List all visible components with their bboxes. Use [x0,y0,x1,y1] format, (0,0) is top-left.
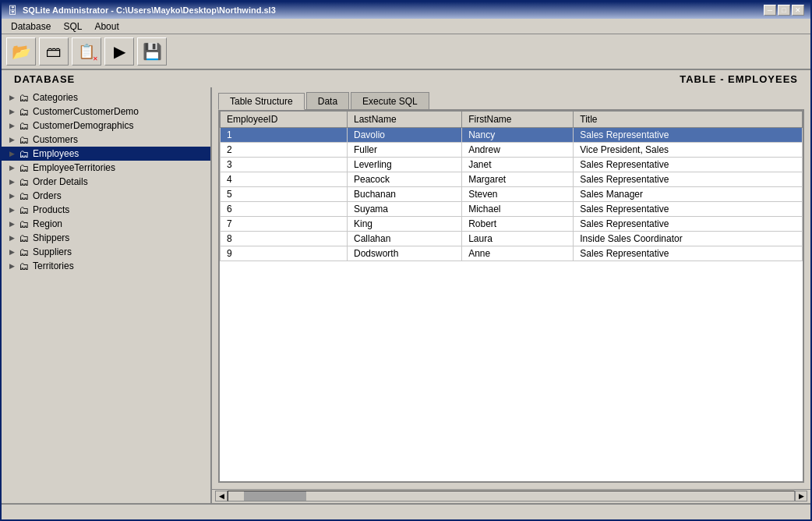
h-scrollbar-thumb [244,491,306,501]
cell-firstname: Laura [462,232,574,246]
col-employee-id: EmployeeID [221,112,348,128]
cell-id: 3 [221,158,348,172]
menu-bar: Database SQL About [2,19,810,34]
table-icon: 🗂 [17,147,30,160]
play-btn[interactable]: ▶ [104,37,134,66]
tree-expand-icon: ▶ [8,164,16,172]
table-row[interactable]: 8 Callahan Laura Inside Sales Coordinato… [221,232,803,246]
table-icon: 🗂 [17,105,30,118]
tree-expand-icon: ▶ [8,248,16,256]
table-row[interactable]: 4 Peacock Margaret Sales Representative [221,172,803,187]
status-bar [2,503,810,519]
table-icon: 🗂 [17,91,30,104]
cell-title: Sales Representative [574,246,803,261]
sidebar-item-label: Shippers [33,232,69,243]
window-controls: ─ □ ✕ [764,5,804,16]
header-table-label: TABLE - EMPLOYEES [680,73,798,85]
tree-expand-icon: ▶ [8,108,16,115]
table-row[interactable]: 3 Leverling Janet Sales Representative [221,158,803,172]
cell-lastname: Fuller [348,143,462,158]
maximize-button[interactable]: □ [778,5,790,16]
sidebar-item-label: Suppliers [33,246,72,257]
tree-expand-icon: ▶ [8,262,16,270]
cell-lastname: Davolio [348,128,462,143]
table-icon: 🗂 [17,218,30,230]
main-window: 🗄 SQLite Administrator - C:\Users\Mayko\… [0,0,812,521]
col-title: Title [574,112,803,128]
cell-id: 9 [221,246,348,261]
table-icon: 🗂 [17,119,30,132]
minimize-button[interactable]: ─ [764,5,776,16]
cell-id: 2 [221,143,348,158]
sidebar-item-customerdemographics[interactable]: ▶ 🗂 CustomerDemographics [2,119,210,133]
sidebar-item-order-details[interactable]: ▶ 🗂 Order Details [2,175,210,189]
sidebar-item-label: Order Details [33,176,88,187]
cell-firstname: Michael [462,202,574,217]
sidebar-item-products[interactable]: ▶ 🗂 Products [2,203,210,217]
sidebar-item-label: Customers [33,134,78,145]
menu-database[interactable]: Database [5,19,57,34]
table-row[interactable]: 5 Buchanan Steven Sales Manager [221,187,803,202]
sidebar-item-employeeterritories[interactable]: ▶ 🗂 EmployeeTerritories [2,161,210,175]
sidebar-item-employees[interactable]: ▶ 🗂 Employees [2,147,210,161]
sidebar-item-categories[interactable]: ▶ 🗂 Categories [2,90,210,105]
main-area: ▶ 🗂 Categories ▶ 🗂 CustomerCustomerDemo … [2,87,810,502]
cell-firstname: Andrew [462,143,574,158]
save-btn[interactable]: 💾 [137,37,167,66]
close-button[interactable]: ✕ [792,5,804,16]
sidebar-item-label: CustomerCustomerDemo [33,106,139,117]
open-folder-btn[interactable]: 📂 [6,37,36,66]
cell-firstname: Anne [462,246,574,261]
menu-about[interactable]: About [88,19,125,34]
table-row[interactable]: 7 King Robert Sales Representative [221,217,803,232]
tree-expand-icon: ▶ [8,206,16,214]
cell-title: Sales Representative [574,202,803,217]
col-firstname: FirstName [462,112,574,128]
cell-title: Sales Representative [574,158,803,172]
cell-title: Inside Sales Coordinator [574,232,803,246]
cell-title: Vice President, Sales [574,143,803,158]
table-row[interactable]: 2 Fuller Andrew Vice President, Sales [221,143,803,158]
h-scrollbar-track[interactable] [228,491,795,502]
tree-expand-icon: ▶ [8,220,16,228]
table-row[interactable]: 9 Dodsworth Anne Sales Representative [221,246,803,261]
tab-execute-sql[interactable]: Execute SQL [351,92,429,109]
table-row[interactable]: 1 Davolio Nancy Sales Representative [221,128,803,143]
sidebar-item-suppliers[interactable]: ▶ 🗂 Suppliers [2,245,210,259]
tab-data[interactable]: Data [306,92,349,109]
sidebar-item-customers[interactable]: ▶ 🗂 Customers [2,133,210,147]
cell-lastname: Leverling [348,158,462,172]
sidebar-item-territories[interactable]: ▶ 🗂 Territories [2,259,210,273]
sidebar-item-orders[interactable]: ▶ 🗂 Orders [2,189,210,203]
scroll-right-btn[interactable]: ▶ [795,491,807,502]
table-icon: 🗂 [17,232,30,244]
cell-title: Sales Representative [574,128,803,143]
right-panel: Table Structure Data Execute SQL Employe… [212,87,810,502]
tabs-container: Table Structure Data Execute SQL [212,87,810,109]
table-row[interactable]: 6 Suyama Michael Sales Representative [221,202,803,217]
sidebar-item-region[interactable]: ▶ 🗂 Region [2,217,210,231]
database-btn[interactable]: 🗃 [39,37,69,66]
data-table-container: EmployeeID LastName FirstName Title 1 Da… [218,109,804,482]
scroll-left-btn[interactable]: ◀ [215,491,228,502]
cell-lastname: Dodsworth [348,246,462,261]
menu-sql[interactable]: SQL [57,19,88,34]
title-bar: 🗄 SQLite Administrator - C:\Users\Mayko\… [2,2,810,19]
sidebar-item-customercustomerdemo[interactable]: ▶ 🗂 CustomerCustomerDemo [2,105,210,119]
table-icon: 🗂 [17,133,30,146]
cell-lastname: Peacock [348,172,462,187]
tab-table-structure[interactable]: Table Structure [218,93,305,110]
sidebar-item-label: CustomerDemographics [33,120,133,131]
sidebar: ▶ 🗂 Categories ▶ 🗂 CustomerCustomerDemo … [2,87,212,502]
cell-title: Sales Manager [574,187,803,202]
sidebar-item-shippers[interactable]: ▶ 🗂 Shippers [2,231,210,245]
table-btn[interactable]: 📋 ✕ [72,37,101,66]
table-icon: 🗂 [17,260,30,272]
cell-lastname: Buchanan [348,187,462,202]
employees-table: EmployeeID LastName FirstName Title 1 Da… [220,111,803,261]
sidebar-item-label: Categories [33,92,78,103]
cell-id: 5 [221,187,348,202]
table-icon: 🗂 [17,161,30,174]
table-header-row: EmployeeID LastName FirstName Title [221,112,803,128]
table-icon: 🗂 [17,204,30,216]
